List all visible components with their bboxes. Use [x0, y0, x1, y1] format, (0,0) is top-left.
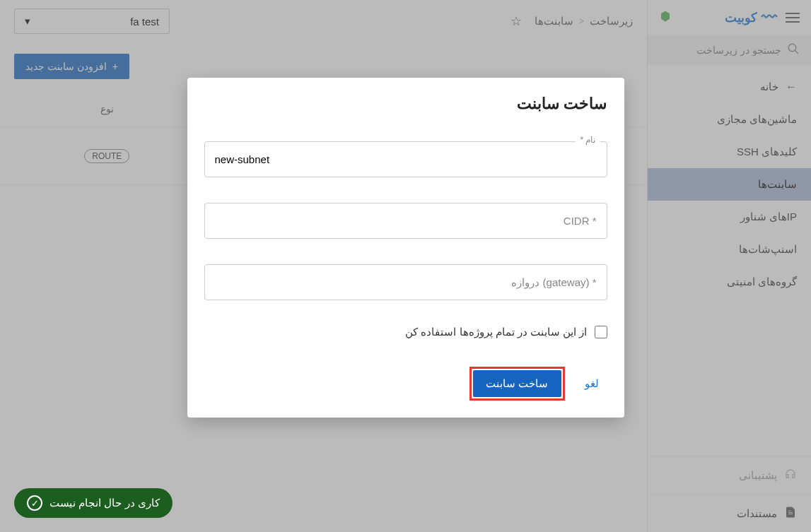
modal-overlay[interactable]: ساخت سابنت نام * از این سابنت در تمام پر… [0, 0, 811, 532]
share-checkbox-row[interactable]: از این سابنت در تمام پروژه‌ها استفاده کن [204, 326, 607, 338]
cidr-field [204, 203, 607, 239]
toast-text: کاری در حال انجام نیست [49, 497, 160, 509]
cancel-button[interactable]: لغو [576, 370, 607, 397]
highlight-annotation: ساخت سابنت [469, 367, 564, 401]
create-subnet-dialog: ساخت سابنت نام * از این سابنت در تمام پر… [187, 78, 624, 418]
gateway-field [204, 264, 607, 300]
dialog-title: ساخت سابنت [204, 95, 607, 113]
gateway-input[interactable] [204, 264, 607, 300]
cidr-input[interactable] [204, 203, 607, 239]
checkmark-icon: ✓ [27, 495, 42, 511]
name-field: نام * [204, 141, 607, 177]
share-checkbox-label: از این سابنت در تمام پروژه‌ها استفاده کن [405, 326, 587, 338]
share-checkbox[interactable] [595, 326, 607, 338]
name-input[interactable] [204, 141, 607, 177]
submit-button[interactable]: ساخت سابنت [473, 370, 561, 397]
name-label: نام * [576, 135, 600, 145]
status-toast: کاری در حال انجام نیست ✓ [14, 488, 173, 518]
